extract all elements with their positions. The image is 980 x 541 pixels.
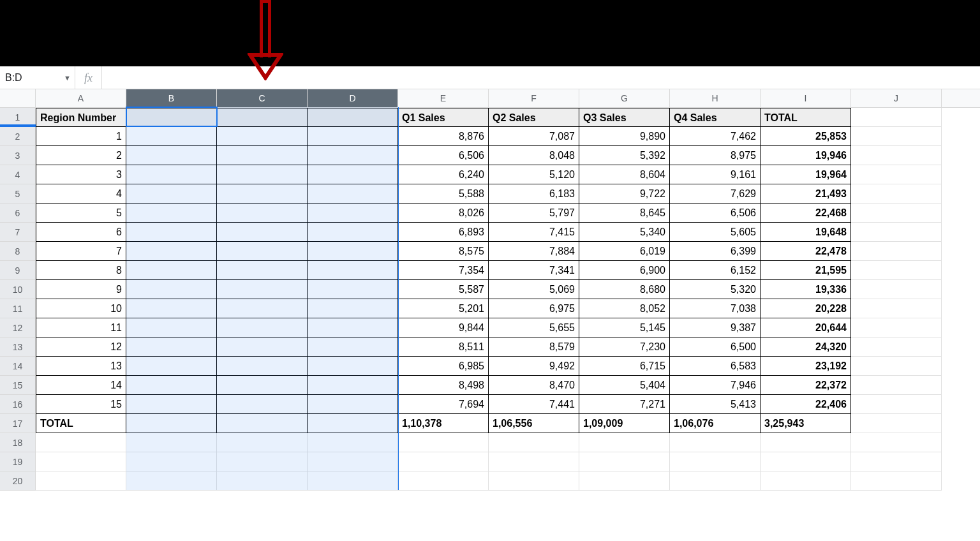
cell-A1[interactable]: Region Number [36, 108, 126, 127]
cell-G20[interactable] [579, 471, 670, 491]
cell-H8[interactable]: 6,399 [670, 242, 761, 261]
cell-J18[interactable] [851, 433, 942, 452]
cell-D14[interactable] [308, 357, 398, 376]
cell-E16[interactable]: 7,694 [398, 395, 489, 414]
cell-I6[interactable]: 22,468 [761, 204, 851, 223]
column-header-C[interactable]: C [217, 89, 308, 107]
row-header-20[interactable]: 20 [0, 471, 36, 491]
cell-C8[interactable] [217, 242, 308, 261]
cell-I17[interactable]: 3,25,943 [761, 414, 851, 433]
cell-A16[interactable]: 15 [36, 395, 126, 414]
cell-A12[interactable]: 11 [36, 318, 126, 337]
cell-I14[interactable]: 23,192 [761, 357, 851, 376]
cell-A15[interactable]: 14 [36, 376, 126, 395]
cell-C11[interactable] [217, 299, 308, 318]
cell-I15[interactable]: 22,372 [761, 376, 851, 395]
cell-H5[interactable]: 7,629 [670, 184, 761, 204]
row-header-12[interactable]: 12 [0, 318, 36, 337]
column-header-B[interactable]: B [126, 89, 217, 107]
cell-D5[interactable] [308, 184, 398, 204]
cell-E11[interactable]: 5,201 [398, 299, 489, 318]
cell-B16[interactable] [126, 395, 217, 414]
cell-J12[interactable] [851, 318, 942, 337]
cell-I12[interactable]: 20,644 [761, 318, 851, 337]
cell-D13[interactable] [308, 337, 398, 357]
cell-G5[interactable]: 9,722 [579, 184, 670, 204]
cell-B7[interactable] [126, 223, 217, 242]
cell-G12[interactable]: 5,145 [579, 318, 670, 337]
cell-F14[interactable]: 9,492 [489, 357, 579, 376]
cell-I19[interactable] [761, 452, 851, 471]
cell-F1[interactable]: Q2 Sales [489, 108, 579, 127]
cell-B6[interactable] [126, 204, 217, 223]
cell-F9[interactable]: 7,341 [489, 261, 579, 280]
cell-J5[interactable] [851, 184, 942, 204]
cell-D12[interactable] [308, 318, 398, 337]
cell-F17[interactable]: 1,06,556 [489, 414, 579, 433]
column-header-G[interactable]: G [579, 89, 670, 107]
cell-C5[interactable] [217, 184, 308, 204]
row-header-11[interactable]: 11 [0, 299, 36, 318]
cell-G6[interactable]: 8,645 [579, 204, 670, 223]
row-header-7[interactable]: 7 [0, 223, 36, 242]
cell-D20[interactable] [308, 471, 398, 491]
cell-D6[interactable] [308, 204, 398, 223]
cell-E8[interactable]: 8,575 [398, 242, 489, 261]
cell-G10[interactable]: 8,680 [579, 280, 670, 299]
cell-A20[interactable] [36, 471, 126, 491]
cell-E12[interactable]: 9,844 [398, 318, 489, 337]
cell-A3[interactable]: 2 [36, 146, 126, 165]
cell-A19[interactable] [36, 452, 126, 471]
cell-A5[interactable]: 4 [36, 184, 126, 204]
cell-J10[interactable] [851, 280, 942, 299]
cell-J1[interactable] [851, 108, 942, 127]
cell-H16[interactable]: 5,413 [670, 395, 761, 414]
cell-E19[interactable] [398, 452, 489, 471]
cell-F10[interactable]: 5,069 [489, 280, 579, 299]
cell-B13[interactable] [126, 337, 217, 357]
cell-J3[interactable] [851, 146, 942, 165]
column-header-J[interactable]: J [851, 89, 942, 107]
cell-I9[interactable]: 21,595 [761, 261, 851, 280]
cell-G9[interactable]: 6,900 [579, 261, 670, 280]
cell-E17[interactable]: 1,10,378 [398, 414, 489, 433]
cell-H10[interactable]: 5,320 [670, 280, 761, 299]
cell-B14[interactable] [126, 357, 217, 376]
cell-F15[interactable]: 8,470 [489, 376, 579, 395]
cell-I4[interactable]: 19,964 [761, 165, 851, 184]
cell-C13[interactable] [217, 337, 308, 357]
cell-J11[interactable] [851, 299, 942, 318]
cell-E1[interactable]: Q1 Sales [398, 108, 489, 127]
cell-A10[interactable]: 9 [36, 280, 126, 299]
cell-D18[interactable] [308, 433, 398, 452]
cell-F19[interactable] [489, 452, 579, 471]
cell-C10[interactable] [217, 280, 308, 299]
cell-E13[interactable]: 8,511 [398, 337, 489, 357]
cell-F16[interactable]: 7,441 [489, 395, 579, 414]
cell-F3[interactable]: 8,048 [489, 146, 579, 165]
cell-J13[interactable] [851, 337, 942, 357]
cell-J9[interactable] [851, 261, 942, 280]
cell-B15[interactable] [126, 376, 217, 395]
cell-B1[interactable] [126, 108, 217, 127]
cell-D3[interactable] [308, 146, 398, 165]
cell-I1[interactable]: TOTAL [761, 108, 851, 127]
row-header-13[interactable]: 13 [0, 337, 36, 357]
cell-F11[interactable]: 6,975 [489, 299, 579, 318]
cell-D17[interactable] [308, 414, 398, 433]
cell-J6[interactable] [851, 204, 942, 223]
cell-J17[interactable] [851, 414, 942, 433]
cell-D7[interactable] [308, 223, 398, 242]
cell-I7[interactable]: 19,648 [761, 223, 851, 242]
cell-H2[interactable]: 7,462 [670, 127, 761, 146]
cell-G16[interactable]: 7,271 [579, 395, 670, 414]
row-header-9[interactable]: 9 [0, 261, 36, 280]
cell-B17[interactable] [126, 414, 217, 433]
cell-F13[interactable]: 8,579 [489, 337, 579, 357]
cell-C12[interactable] [217, 318, 308, 337]
cell-G4[interactable]: 8,604 [579, 165, 670, 184]
cell-B10[interactable] [126, 280, 217, 299]
cell-J20[interactable] [851, 471, 942, 491]
cell-C18[interactable] [217, 433, 308, 452]
cell-A11[interactable]: 10 [36, 299, 126, 318]
